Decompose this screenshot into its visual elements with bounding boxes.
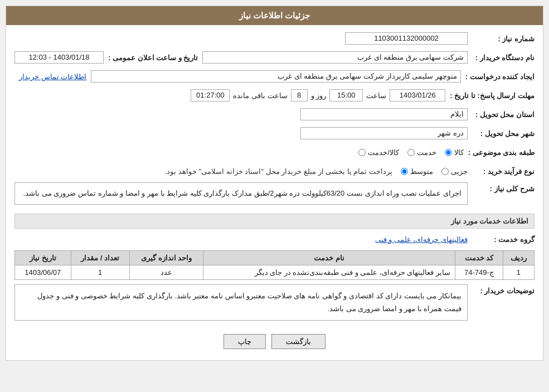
- buyer-notes-value: بیمانکار می بایست دارای کد اقتصادی و گوا…: [14, 284, 468, 321]
- service-table: ردیف کد خدمت نام خدمت واحد اندازه گیری ت…: [14, 250, 535, 280]
- buyer-notes-label: توضیحات خریدار :: [468, 284, 535, 295]
- category-row: طبقه بندی موضوعی : کالا/خدمت خدمت کالا: [14, 144, 535, 160]
- service-info-title: اطلاعات خدمات مورد نیاز: [14, 214, 535, 229]
- city-row: شهر محل تحویل : دره شهر: [14, 125, 535, 141]
- city-label: شهر محل تحویل :: [468, 129, 535, 138]
- deadline-remaining-label: ساعت باقی مانده: [233, 91, 287, 100]
- page-title: جزئیات اطلاعات نیاز: [239, 11, 310, 20]
- purchase-type-note: پرداخت تمام یا بخشی از مبلغ خریدار محل "…: [165, 167, 392, 176]
- deadline-label: مهلت ارسال پاسخ: تا تاریخ :: [445, 91, 535, 100]
- buyer-notes-row: توضیحات خریدار : بیمانکار می بایست دارای…: [14, 284, 535, 325]
- province-row: استان محل تحویل : ایلام: [14, 107, 535, 122]
- cell-code: ج-749-74: [455, 265, 503, 280]
- back-button[interactable]: بازگشت: [271, 334, 325, 349]
- cell-date: 1403/06/07: [15, 265, 71, 280]
- need-number-value: 1103001132000002: [345, 32, 468, 45]
- deadline-day-label: روز و: [311, 91, 327, 100]
- service-group-row: گروه خدمت : فعالیتهای حرفه‌ای، علمی و فن…: [14, 231, 535, 247]
- service-group-value[interactable]: فعالیتهای حرفه‌ای، علمی و فنی: [375, 235, 468, 244]
- description-row: شرح کلی نیاز : اجرای عملیات نصب وراه اند…: [14, 182, 535, 209]
- buyer-name-label: نام دستگاه خریدار :: [468, 54, 535, 62]
- cell-qty: 1: [71, 265, 129, 280]
- deadline-time: 15:00: [329, 89, 363, 101]
- deadline-remaining: 01:27:00: [191, 89, 230, 101]
- category-option-khedmat[interactable]: خدمت: [407, 148, 436, 157]
- purchase-type-label: نوع فرآیند خرید :: [468, 167, 535, 176]
- announce-value: 1403/01/18 - 12:03: [14, 51, 104, 64]
- deadline-days: 8: [291, 89, 308, 101]
- cell-unit: عدد: [129, 265, 203, 280]
- purchase-type-jozi[interactable]: جزیی: [441, 167, 468, 176]
- service-group-label: گروه خدمت :: [468, 235, 535, 244]
- province-value: ایلام: [300, 108, 468, 120]
- creator-value: منوچهر سلیمی کاربرداز شرکت سهامی برق منط…: [91, 70, 461, 83]
- col-header-qty: تعداد / مقدار: [71, 251, 129, 265]
- description-value: اجرای عملیات نصب وراه اندازی بست 63/20کی…: [14, 182, 468, 205]
- col-header-code: کد خدمت: [455, 251, 503, 265]
- cell-row: 1: [503, 265, 534, 280]
- purchase-type-motavasset[interactable]: متوسط: [401, 167, 433, 176]
- description-label: شرح کلی نیاز :: [468, 182, 535, 193]
- category-label: طبقه بندی موضوعی :: [464, 148, 535, 157]
- purchase-type-radio-group: متوسط جزیی: [401, 167, 468, 176]
- deadline-row: مهلت ارسال پاسخ: تا تاریخ : 1403/01/26 س…: [14, 88, 535, 103]
- table-row: 1 ج-749-74 سایر فعالیتهای حرفه‌ای، علمی …: [15, 265, 535, 280]
- need-number-row: شماره نیاز : 1103001132000002: [14, 31, 535, 46]
- creator-row: ایجاد کننده درخواست : منوچهر سلیمی کاربر…: [14, 69, 535, 84]
- contact-link[interactable]: اطلاعات تماس خریدار: [19, 72, 86, 81]
- city-value: دره شهر: [300, 127, 468, 139]
- print-button[interactable]: چاپ: [224, 334, 266, 349]
- col-header-name: نام خدمت: [203, 251, 455, 265]
- buyer-name-value: شرکت سهامی برق منطقه ای غرب: [202, 51, 468, 64]
- need-number-label: شماره نیاز :: [468, 35, 535, 43]
- purchase-type-row: نوع فرآیند خرید : متوسط جزیی پرداخت تمام…: [14, 163, 535, 179]
- creator-label: ایجاد کننده درخواست :: [461, 72, 535, 81]
- col-header-unit: واحد اندازه گیری: [129, 251, 203, 265]
- col-header-date: تاریخ نیاز: [15, 251, 71, 265]
- deadline-date: 1403/01/26: [390, 89, 445, 101]
- category-option-kala-khedmat[interactable]: کالا/خدمت: [358, 148, 399, 157]
- page-header: جزئیات اطلاعات نیاز: [6, 6, 543, 25]
- cell-name: سایر فعالیتهای حرفه‌ای، علمی و فنی طبقه‌…: [203, 265, 455, 280]
- deadline-time-label: ساعت: [366, 91, 386, 100]
- col-header-row: ردیف: [503, 251, 534, 265]
- buttons-row: بازگشت چاپ: [14, 328, 535, 355]
- announce-label: تاریخ و ساعت اعلان عمومی :: [108, 54, 198, 62]
- buyer-announce-row: نام دستگاه خریدار : شرکت سهامی برق منطقه…: [14, 50, 535, 65]
- category-radio-group: کالا/خدمت خدمت کالا: [358, 148, 464, 157]
- province-label: استان محل تحویل :: [468, 110, 535, 119]
- category-option-kala[interactable]: کالا: [445, 148, 464, 157]
